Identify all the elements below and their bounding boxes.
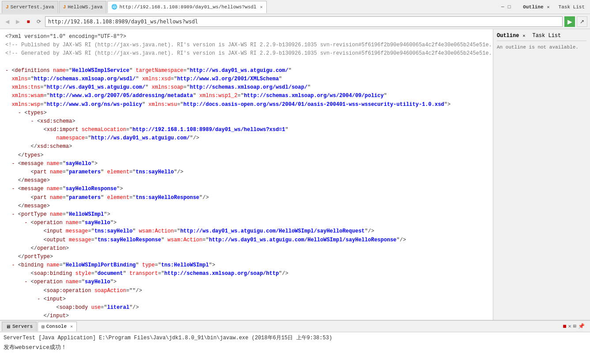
collapse-msg1[interactable]: -	[11, 161, 15, 167]
op-binding-open-line: - <operation name="sayHello">	[5, 278, 488, 286]
console-close-button[interactable]: ✕	[70, 324, 73, 329]
types-close-line: </types>	[5, 151, 488, 160]
bottom-panel: 🖥 Servers ⊡ Console ✕ ■ ✕ ⊞ 📌 ServerTest…	[0, 320, 590, 364]
external-icon: ↗	[580, 19, 584, 25]
outline-message: An outline is not available.	[497, 45, 586, 50]
tab-bar-actions: ─ □ Outline ✕ Task List	[501, 4, 588, 10]
tab-hellows[interactable]: J HelloWS.java	[59, 1, 107, 13]
run-icon: ▶	[567, 18, 572, 25]
message-sayhelloresp-open-line: - <message name="sayHelloResponse">	[5, 185, 488, 193]
server-icon: 🖥	[6, 324, 11, 330]
input-binding-close-line: </input>	[5, 312, 488, 320]
collapse-op[interactable]: -	[24, 220, 27, 226]
porttype-close-line: </portType>	[5, 253, 488, 261]
definitions-line: - <definitions name="HelloWSImplService"…	[5, 58, 488, 109]
collapse-op-binding[interactable]: -	[24, 279, 27, 285]
xml-decl: <?xml version="1.0" encoding="UTF-8"?>	[5, 33, 488, 41]
console-title: ServerTest [Java Application] E:\Program…	[4, 334, 586, 341]
input-binding-open-line: - <input>	[5, 295, 488, 304]
refresh-button[interactable]: ⟳	[34, 17, 43, 26]
operation-open-line: - <operation name="sayHello">	[5, 219, 488, 227]
operation-close-line: </operation>	[5, 244, 488, 253]
console-clear-button[interactable]: ✕	[568, 323, 571, 330]
console-scroll-button[interactable]: ⊞	[573, 323, 576, 330]
types-open-line: - <types>	[5, 109, 488, 117]
stop-button[interactable]: ■	[24, 17, 33, 26]
outline-header: Outline ✕ Task List	[497, 33, 586, 41]
maximize-icon[interactable]: □	[508, 4, 511, 10]
collapse-schema[interactable]: -	[31, 118, 34, 124]
minimize-icon[interactable]: ─	[501, 4, 504, 10]
tab-servers[interactable]: 🖥 Servers	[2, 322, 37, 331]
message-sayhello-close-line: </message>	[5, 176, 488, 185]
bottom-tab-bar: 🖥 Servers ⊡ Console ✕ ■ ✕ ⊞ 📌	[0, 321, 590, 332]
console-stop-button[interactable]: ■	[563, 323, 566, 330]
outline-panel: Outline ✕ Task List An outline is not av…	[493, 29, 590, 320]
input-op-line: <input message="tns:sayHello" wsam:Actio…	[5, 227, 488, 236]
tab-bar: J ServerTest.java J HelloWS.java 🌐 http:…	[0, 0, 590, 14]
outline-panel-close[interactable]: ✕	[522, 33, 525, 38]
part-sayhelloresp-line: <part name="parameters" element="tns:say…	[5, 194, 488, 202]
schema-close-line: </xsd:schema>	[5, 143, 488, 151]
part-sayhello-line: <part name="parameters" element="tns:say…	[5, 168, 488, 176]
porttype-open-line: - <portType name="HelloWSImpl">	[5, 210, 488, 219]
forward-button[interactable]: ▶	[13, 17, 22, 26]
collapse-input-binding[interactable]: -	[37, 296, 40, 302]
java-icon: J	[6, 4, 9, 10]
outline-panel-title: Outline	[497, 33, 519, 39]
java-icon-2: J	[63, 4, 66, 10]
main-area: <?xml version="1.0" encoding="UTF-8"?> <…	[0, 29, 590, 320]
collapse-binding[interactable]: -	[11, 262, 15, 268]
run-button[interactable]: ▶	[564, 16, 575, 27]
tab-console[interactable]: ⊡ Console ✕	[38, 322, 77, 331]
task-list-label: Task List	[559, 4, 585, 10]
collapse-msg2[interactable]: -	[11, 186, 15, 192]
tab-close-button[interactable]: ✕	[260, 4, 263, 10]
message-sayhello-open-line: - <message name="sayHello">	[5, 160, 488, 168]
collapse-porttype[interactable]: -	[11, 211, 15, 218]
outline-close-icon[interactable]: ✕	[547, 4, 550, 10]
xml-comment-2: <!-- Generated by JAX-WS RI (http://jax-…	[5, 49, 488, 58]
external-button[interactable]: ↗	[577, 16, 587, 27]
output-op-line: <output message="tns:sayHelloResponse" w…	[5, 236, 488, 244]
schema-open-line: - <xsd:schema>	[5, 117, 488, 126]
tab-servertest[interactable]: J ServerTest.java	[2, 1, 58, 13]
back-button[interactable]: ◀	[3, 17, 11, 26]
task-list-panel-label: Task List	[532, 33, 561, 39]
soap-body-literal-line: <soap:body use="literal"/>	[5, 304, 488, 312]
console-content: ServerTest [Java Application] E:\Program…	[0, 332, 590, 364]
xml-viewer[interactable]: <?xml version="1.0" encoding="UTF-8"?> <…	[0, 29, 493, 320]
tab-wsdl[interactable]: 🌐 http://192.168.1.108:8989/day01_ws/hel…	[107, 1, 266, 13]
message-sayhelloresp-close-line: </message>	[5, 202, 488, 210]
outline-title: Outline	[523, 4, 543, 10]
nav-bar: ◀ ▶ ■ ⟳ ▶ ↗	[0, 14, 590, 29]
console-output: 发布webservice成功！	[4, 343, 586, 351]
xsdimport-line: <xsd:import schemaLocation="http://192.1…	[5, 126, 488, 143]
console-pin-button[interactable]: 📌	[578, 323, 585, 330]
collapse-definitions[interactable]: -	[5, 68, 8, 74]
soap-operation-line: <soap:operation soapAction=""/>	[5, 287, 488, 295]
browser-icon: 🌐	[111, 4, 117, 10]
collapse-types[interactable]: -	[18, 110, 21, 116]
url-input[interactable]	[45, 16, 563, 27]
xml-comment-1: <!-- Published by JAX-WS RI (http://jax-…	[5, 41, 488, 49]
binding-open-line: - <binding name="HelloWSImplPortBinding"…	[5, 261, 488, 270]
console-icon: ⊡	[42, 324, 45, 330]
soap-binding-line: <soap:binding style="document" transport…	[5, 270, 488, 278]
